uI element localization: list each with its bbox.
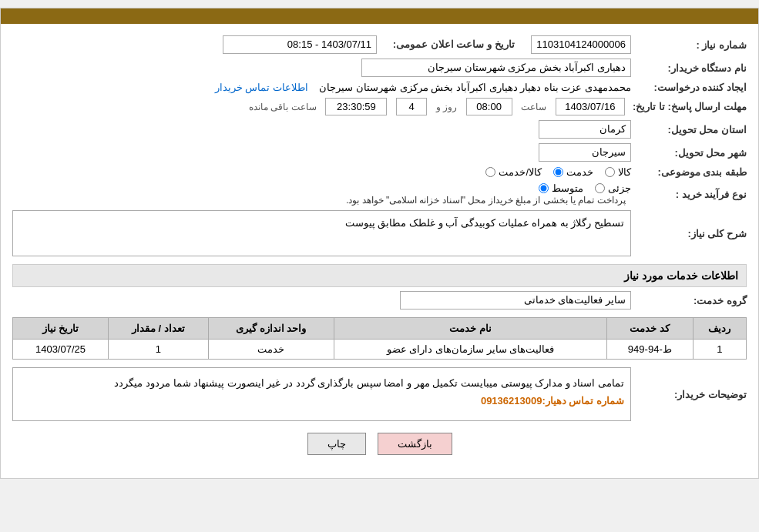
remaining-label: ساعت باقی مانده bbox=[249, 102, 317, 112]
col-unit: واحد اندازه گیری bbox=[208, 318, 334, 340]
col-date: تاریخ نیاز bbox=[13, 318, 109, 340]
creator-row: ایجاد کننده درخواست: محمدمهدی عزت بناه د… bbox=[12, 82, 747, 93]
buyer-notes-row: توضیحات خریدار: تمامی اسناد و مدارک پیوس… bbox=[12, 367, 747, 421]
buyer-org-box: دهیاری اکبرآباد بخش مرکزی شهرستان سیرجان bbox=[361, 59, 631, 77]
buyer-notes-box: تمامی اسناد و مدارک پیوستی میبایست تکمیل… bbox=[12, 367, 631, 421]
need-number-value: 1103104124000006 تاریخ و ساعت اعلان عموم… bbox=[12, 35, 631, 54]
print-button[interactable]: چاپ bbox=[307, 433, 366, 455]
page-container: شماره نیاز : 1103104124000006 تاریخ و سا… bbox=[0, 8, 759, 479]
announce-label: تاریخ و ساعت اعلان عمومی: bbox=[385, 38, 515, 50]
need-number-row: شماره نیاز : 1103104124000006 تاریخ و سا… bbox=[12, 35, 747, 54]
process-type-label: نوع فرآیند خرید : bbox=[631, 189, 747, 200]
col-name: نام خدمت bbox=[334, 318, 607, 340]
radio-motavasset[interactable] bbox=[539, 183, 549, 193]
response-time-label: ساعت bbox=[521, 102, 546, 112]
contact-link[interactable]: اطلاعات تماس خریدار bbox=[215, 82, 308, 93]
need-number-box: 1103104124000006 bbox=[531, 35, 631, 54]
back-button[interactable]: بازگشت bbox=[378, 433, 452, 455]
city-value: سیرجان bbox=[12, 143, 631, 162]
category-option-kala[interactable]: کالا bbox=[605, 166, 631, 178]
process-type-value: جزئی متوسط پرداخت تمام یا بخشی از مبلغ خ… bbox=[12, 182, 631, 206]
service-group-box: سایر فعالیت‌های خدماتی bbox=[400, 291, 631, 309]
radio-motavasset-label: متوسط bbox=[552, 182, 583, 194]
radio-kala-khedmat[interactable] bbox=[485, 167, 495, 177]
radio-jozii[interactable] bbox=[595, 183, 605, 193]
radio-jozii-label: جزئی bbox=[608, 182, 631, 194]
col-quantity: تعداد / مقدار bbox=[108, 318, 208, 340]
process-option-jozii[interactable]: جزئی bbox=[595, 182, 631, 194]
buyer-org-row: نام دستگاه خریدار: دهیاری اکبرآباد بخش م… bbox=[12, 59, 747, 77]
buyer-notes-line1: تمامی اسناد و مدارک پیوستی میبایست تکمیل… bbox=[114, 377, 624, 389]
need-number-label: شماره نیاز : bbox=[631, 39, 747, 51]
buyer-notes-value: تمامی اسناد و مدارک پیوستی میبایست تکمیل… bbox=[12, 367, 631, 421]
services-table-header-row: ردیف کد خدمت نام خدمت واحد اندازه گیری ت… bbox=[13, 318, 747, 340]
response-date-box: 1403/07/16 bbox=[556, 98, 625, 115]
radio-kala[interactable] bbox=[605, 167, 615, 177]
category-label: طبقه بندی موضوعی: bbox=[631, 166, 747, 178]
cell-unit: خدمت bbox=[208, 340, 334, 360]
cell-quantity: 1 bbox=[108, 340, 208, 360]
province-value: کرمان bbox=[12, 120, 631, 139]
buyer-org-value: دهیاری اکبرآباد بخش مرکزی شهرستان سیرجان bbox=[12, 59, 631, 77]
process-radio-group: جزئی متوسط bbox=[12, 182, 631, 194]
buyer-org-label: نام دستگاه خریدار: bbox=[631, 62, 747, 74]
description-label: شرح کلی نیاز: bbox=[631, 228, 747, 239]
response-days-label: روز و bbox=[436, 102, 457, 112]
response-days-box: 4 bbox=[396, 98, 427, 115]
cell-name: فعالیت‌های سایر سازمان‌های دارای عضو bbox=[334, 340, 607, 360]
countdown-row: 1403/07/16 ساعت 08:00 روز و 4 23:30:59 س… bbox=[12, 98, 625, 115]
province-label: استان محل تحویل: bbox=[631, 124, 747, 136]
service-group-label: گروه خدمت: bbox=[631, 295, 747, 306]
content-area: شماره نیاز : 1103104124000006 تاریخ و سا… bbox=[1, 24, 758, 478]
radio-khedmat-label: خدمت bbox=[566, 166, 593, 178]
process-option-motavasset[interactable]: متوسط bbox=[539, 182, 583, 194]
description-box: تسطیح رگلاژ به همراه عملیات کوبیدگی آب و… bbox=[12, 210, 631, 256]
col-code: کد خدمت bbox=[607, 318, 694, 340]
response-deadline-row: مهلت ارسال پاسخ: تا تاریخ: 1403/07/16 سا… bbox=[12, 98, 747, 115]
countdown-box: 23:30:59 bbox=[325, 98, 387, 115]
description-row: شرح کلی نیاز: تسطیح رگلاژ به همراه عملیا… bbox=[12, 210, 747, 256]
creator-value: محمدمهدی عزت بناه دهیار دهیاری اکبرآباد … bbox=[12, 82, 631, 93]
services-table: ردیف کد خدمت نام خدمت واحد اندازه گیری ت… bbox=[12, 317, 747, 360]
process-type-row: نوع فرآیند خرید : جزئی متوسط پرداخت تمام… bbox=[12, 182, 747, 206]
services-table-head: ردیف کد خدمت نام خدمت واحد اندازه گیری ت… bbox=[13, 318, 747, 340]
radio-khedmat[interactable] bbox=[553, 167, 563, 177]
city-label: شهر محل تحویل: bbox=[631, 147, 747, 159]
creator-text: محمدمهدی عزت بناه دهیار دهیاری اکبرآباد … bbox=[319, 82, 631, 93]
category-row: طبقه بندی موضوعی: کالا خدمت کالا/خدمت bbox=[12, 166, 747, 178]
table-row: 1ط-94-949فعالیت‌های سایر سازمان‌های دارا… bbox=[13, 340, 747, 360]
cell-code: ط-94-949 bbox=[607, 340, 694, 360]
radio-kala-label: کالا bbox=[618, 166, 631, 178]
category-option-kala-khedmat[interactable]: کالا/خدمت bbox=[485, 166, 542, 178]
process-note: پرداخت تمام یا بخشی از مبلغ خریداز محل "… bbox=[346, 195, 626, 206]
description-value: تسطیح رگلاژ به همراه عملیات کوبیدگی آب و… bbox=[12, 210, 631, 256]
announce-value-box: 1403/07/11 - 08:15 bbox=[223, 35, 377, 54]
creator-label: ایجاد کننده درخواست: bbox=[631, 82, 747, 93]
service-group-value: سایر فعالیت‌های خدماتی bbox=[12, 291, 631, 309]
service-group-row: گروه خدمت: سایر فعالیت‌های خدماتی bbox=[12, 291, 747, 309]
button-row: بازگشت چاپ bbox=[12, 433, 747, 455]
city-row: شهر محل تحویل: سیرجان bbox=[12, 143, 747, 162]
cell-row_num: 1 bbox=[693, 340, 746, 360]
city-box: سیرجان bbox=[539, 143, 631, 162]
response-deadline-label: مهلت ارسال پاسخ: تا تاریخ: bbox=[625, 101, 747, 112]
response-deadline-value: 1403/07/16 ساعت 08:00 روز و 4 23:30:59 س… bbox=[12, 98, 625, 115]
buyer-notes-line2: شماره تماس دهیار:09136213009 bbox=[481, 395, 624, 407]
services-section-header: اطلاعات خدمات مورد نیاز bbox=[12, 264, 747, 287]
province-box: کرمان bbox=[539, 120, 631, 139]
services-table-body: 1ط-94-949فعالیت‌های سایر سازمان‌های دارا… bbox=[13, 340, 747, 360]
province-row: استان محل تحویل: کرمان bbox=[12, 120, 747, 139]
page-title bbox=[1, 8, 758, 24]
cell-date: 1403/07/25 bbox=[13, 340, 109, 360]
col-row-num: ردیف bbox=[693, 318, 746, 340]
category-value: کالا خدمت کالا/خدمت bbox=[12, 166, 631, 178]
category-radio-group: کالا خدمت کالا/خدمت bbox=[12, 166, 631, 178]
buyer-notes-label: توضیحات خریدار: bbox=[631, 389, 747, 400]
response-time-box: 08:00 bbox=[466, 98, 512, 115]
radio-kala-khedmat-label: کالا/خدمت bbox=[499, 166, 542, 178]
category-option-khedmat[interactable]: خدمت bbox=[553, 166, 593, 178]
